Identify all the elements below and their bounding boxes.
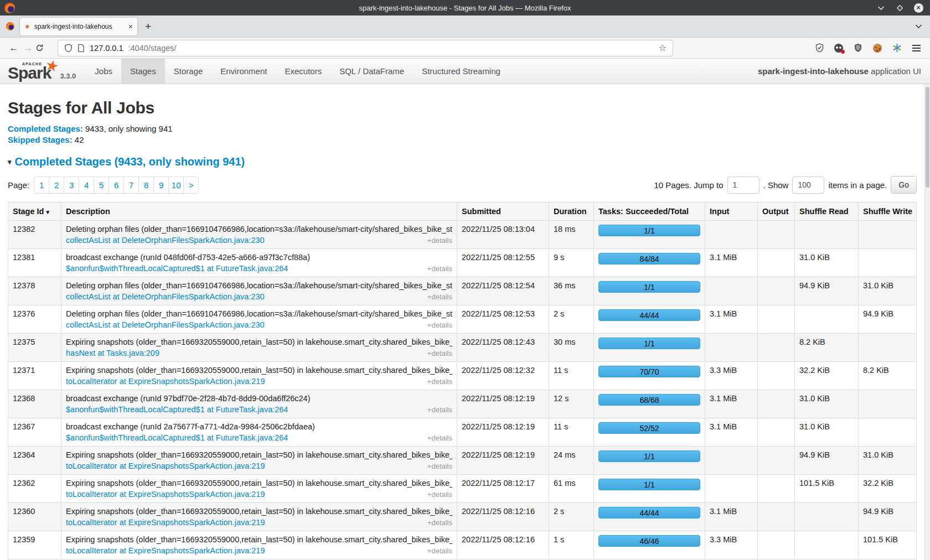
column-header-duration[interactable]: Duration bbox=[549, 203, 594, 221]
cookie-icon[interactable] bbox=[872, 43, 882, 53]
jump-to-page-input[interactable] bbox=[727, 177, 760, 194]
details-toggle[interactable]: +details bbox=[427, 434, 452, 442]
page-button-3[interactable]: 3 bbox=[64, 177, 79, 194]
details-toggle[interactable]: +details bbox=[427, 462, 452, 470]
items-in-page-text: items in a page. bbox=[828, 180, 887, 190]
page-info-icon[interactable] bbox=[78, 44, 85, 53]
page-button-8[interactable]: 8 bbox=[138, 177, 154, 194]
reload-icon[interactable] bbox=[35, 44, 50, 52]
list-all-tabs-icon[interactable] bbox=[915, 24, 922, 29]
window-close-icon[interactable]: × bbox=[913, 3, 923, 13]
page-button-1[interactable]: 1 bbox=[34, 177, 49, 194]
tasks-cell: 46/46 bbox=[594, 531, 705, 559]
nav-tab-sql-dataframe[interactable]: SQL / DataFrame bbox=[330, 59, 413, 84]
tasks-progress-bar: 1/1 bbox=[598, 225, 700, 236]
page-button-9[interactable]: 9 bbox=[153, 177, 169, 194]
shuffle-read-cell: 32.2 KiB bbox=[795, 362, 859, 390]
page-button-7[interactable]: 7 bbox=[123, 177, 139, 194]
nav-tab-executors[interactable]: Executors bbox=[276, 59, 330, 84]
column-header-submitted[interactable]: Submitted bbox=[457, 203, 549, 221]
description-cell: broadcast exchange (runId 97bdf70e-2f28-… bbox=[61, 390, 457, 418]
stage-row-12362: 12362Expiring snapshots (older_than=1669… bbox=[8, 475, 917, 503]
shuffle-write-cell: 31.0 KiB bbox=[859, 447, 917, 475]
window-minimize-icon[interactable] bbox=[876, 3, 886, 13]
stage-callsite-link[interactable]: $anonfun$withThreadLocalCaptured$1 at Fu… bbox=[66, 264, 288, 273]
collapse-caret-icon[interactable]: ▾ bbox=[8, 158, 12, 166]
details-toggle[interactable]: +details bbox=[427, 406, 452, 414]
shuffle-read-cell: 94.9 KiB bbox=[795, 447, 859, 475]
input-cell: 3.3 MiB bbox=[705, 531, 758, 559]
page-scrollbar[interactable] bbox=[924, 84, 930, 560]
stage-callsite-link[interactable]: toLocalIterator at ExpireSnapshotsSparkA… bbox=[66, 377, 265, 386]
page-next-button[interactable]: > bbox=[183, 177, 199, 194]
shield-icon[interactable] bbox=[64, 44, 73, 53]
completed-stages-link[interactable]: Completed Stages: bbox=[8, 124, 83, 133]
details-toggle[interactable]: +details bbox=[427, 265, 452, 273]
new-tab-button[interactable]: + bbox=[145, 20, 151, 33]
nav-tab-environment[interactable]: Environment bbox=[211, 59, 276, 84]
skipped-stages-link[interactable]: Skipped Stages: bbox=[8, 135, 73, 144]
ublock-shield-icon[interactable] bbox=[853, 43, 863, 53]
skipped-stages-value: 42 bbox=[73, 135, 84, 144]
description-cell: Deleting orphan files (older_than=166910… bbox=[61, 277, 457, 305]
column-header-description[interactable]: Description bbox=[61, 203, 457, 221]
column-header-input[interactable]: Input bbox=[705, 203, 758, 221]
stage-callsite-link[interactable]: $anonfun$withThreadLocalCaptured$1 at Fu… bbox=[66, 433, 288, 442]
shield-check-icon[interactable] bbox=[814, 43, 824, 53]
scrollbar-thumb[interactable] bbox=[926, 87, 929, 188]
page-button-5[interactable]: 5 bbox=[94, 177, 109, 194]
stage-callsite-link[interactable]: toLocalIterator at ExpireSnapshotsSparkA… bbox=[66, 546, 265, 555]
stage-callsite-link[interactable]: collectAsList at DeleteOrphanFilesSparkA… bbox=[66, 292, 265, 301]
column-header-output[interactable]: Output bbox=[758, 203, 795, 221]
page-button-10[interactable]: 10 bbox=[168, 177, 184, 194]
toolbar-extensions bbox=[814, 43, 923, 53]
details-toggle[interactable]: +details bbox=[427, 349, 452, 357]
browser-tab[interactable]: ★ spark-ingest-into-lakehous × bbox=[20, 18, 137, 35]
nav-tab-stages[interactable]: Stages bbox=[121, 59, 165, 84]
window-maximize-icon[interactable] bbox=[895, 3, 905, 13]
stage-callsite-link[interactable]: collectAsList at DeleteOrphanFilesSparkA… bbox=[66, 320, 265, 329]
column-header-tasks-succeeded-total[interactable]: Tasks: Succeeded/Total bbox=[594, 203, 705, 221]
container-mask-icon[interactable] bbox=[834, 43, 844, 53]
go-button[interactable]: Go bbox=[891, 176, 917, 194]
completed-stages-section-header[interactable]: ▾ Completed Stages (9433, only showing 9… bbox=[8, 155, 917, 168]
page-button-2[interactable]: 2 bbox=[49, 177, 64, 194]
stage-callsite-link[interactable]: $anonfun$withThreadLocalCaptured$1 at Fu… bbox=[66, 405, 288, 414]
stages-table-body: 12382Deleting orphan files (older_than=1… bbox=[8, 221, 917, 559]
nav-tab-storage[interactable]: Storage bbox=[165, 59, 212, 84]
details-toggle[interactable]: +details bbox=[427, 236, 452, 245]
tasks-progress-bar: 1/1 bbox=[598, 281, 700, 293]
stage-callsite-link[interactable]: hasNext at Tasks.java:209 bbox=[66, 349, 159, 357]
stage-description: Deleting orphan files (older_than=166910… bbox=[66, 309, 452, 318]
bookmark-star-icon[interactable]: ☆ bbox=[659, 43, 666, 53]
nav-tab-jobs[interactable]: Jobs bbox=[86, 59, 121, 84]
stage-callsite-link[interactable]: collectAsList at DeleteOrphanFilesSparkA… bbox=[66, 236, 265, 245]
stages-table-header-row: Stage Id ▾DescriptionSubmittedDurationTa… bbox=[8, 203, 917, 221]
details-toggle[interactable]: +details bbox=[427, 518, 452, 527]
shuffle-write-cell: 32.2 KiB bbox=[859, 475, 917, 503]
tasks-progress-bar: 70/70 bbox=[598, 366, 700, 377]
page-button-6[interactable]: 6 bbox=[108, 177, 124, 194]
details-toggle[interactable]: +details bbox=[427, 490, 452, 499]
page-button-4[interactable]: 4 bbox=[79, 177, 94, 194]
stage-callsite-link[interactable]: toLocalIterator at ExpireSnapshotsSparkA… bbox=[66, 462, 265, 470]
spark-logo[interactable]: APACHE Spark ★ bbox=[8, 59, 56, 84]
details-toggle[interactable]: +details bbox=[427, 293, 452, 301]
column-header-shuffle-read[interactable]: Shuffle Read bbox=[795, 203, 859, 221]
details-toggle[interactable]: +details bbox=[427, 321, 452, 329]
stage-row-12368: 12368broadcast exchange (runId 97bdf70e-… bbox=[8, 390, 917, 418]
menu-hamburger-icon[interactable] bbox=[911, 43, 921, 53]
stage-callsite-link[interactable]: toLocalIterator at ExpireSnapshotsSparkA… bbox=[66, 490, 265, 499]
column-header-stage-id[interactable]: Stage Id ▾ bbox=[8, 203, 61, 221]
back-button[interactable]: ← bbox=[7, 43, 21, 54]
nav-tab-structured-streaming[interactable]: Structured Streaming bbox=[413, 59, 509, 84]
column-header-shuffle-write[interactable]: Shuffle Write bbox=[859, 203, 917, 221]
asterisk-extension-icon[interactable] bbox=[892, 43, 902, 53]
url-bar[interactable]: 127.0.0.1:4040/stages/ ☆ bbox=[58, 40, 673, 56]
duration-cell: 11 s bbox=[549, 418, 594, 447]
details-toggle[interactable]: +details bbox=[427, 547, 452, 555]
tab-close-icon[interactable]: × bbox=[128, 22, 133, 31]
stage-callsite-link[interactable]: toLocalIterator at ExpireSnapshotsSparkA… bbox=[66, 518, 265, 527]
details-toggle[interactable]: +details bbox=[427, 377, 452, 386]
items-per-page-input[interactable] bbox=[792, 177, 824, 194]
